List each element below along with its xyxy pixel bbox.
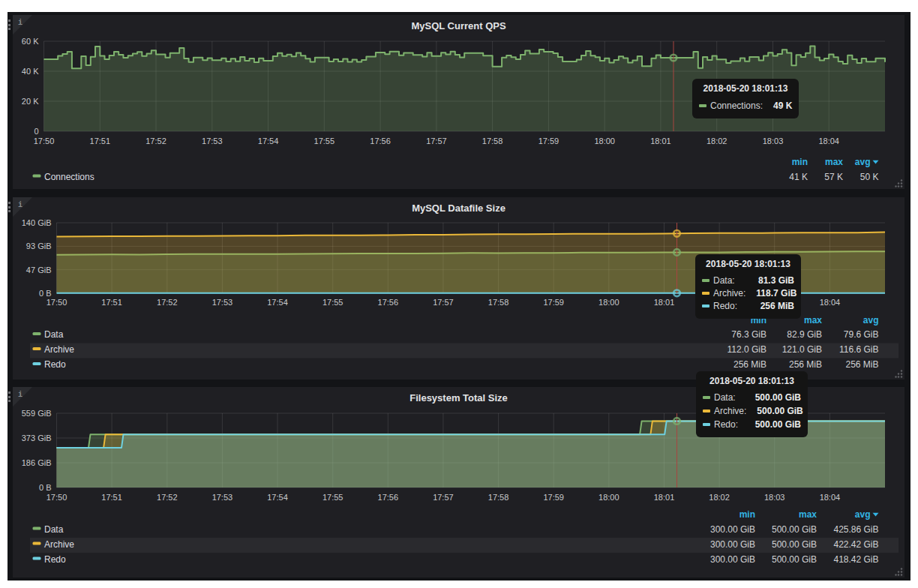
svg-text:373 GiB: 373 GiB	[22, 434, 52, 442]
svg-text:17:58: 17:58	[488, 298, 509, 307]
svg-text:Data: Data	[44, 524, 64, 535]
svg-text:256 MiB: 256 MiB	[734, 359, 766, 370]
svg-text:422.42 GiB: 422.42 GiB	[833, 539, 878, 550]
svg-text:17:50: 17:50	[34, 136, 55, 146]
svg-text:Redo: Redo	[44, 554, 66, 565]
svg-text:i: i	[18, 201, 22, 209]
svg-text:17:54: 17:54	[258, 136, 279, 146]
svg-text:79.6 GiB: 79.6 GiB	[844, 329, 879, 340]
svg-text:256 MiB: 256 MiB	[789, 359, 822, 370]
svg-text:17:53: 17:53	[202, 136, 223, 146]
svg-text:0: 0	[34, 127, 38, 136]
svg-text:82.9 GiB: 82.9 GiB	[787, 329, 822, 340]
svg-text:300.00 GiB: 300.00 GiB	[710, 524, 755, 535]
svg-text:17:59: 17:59	[538, 136, 560, 146]
svg-text:186 GiB: 186 GiB	[22, 458, 52, 467]
svg-text:17:57: 17:57	[426, 136, 447, 146]
svg-text:17:51: 17:51	[101, 298, 122, 307]
svg-text:20 K: 20 K	[22, 97, 39, 106]
svg-text:18:00: 18:00	[598, 493, 620, 502]
svg-text:425.86 GiB: 425.86 GiB	[833, 524, 878, 535]
svg-text:17:52: 17:52	[157, 298, 178, 307]
svg-text:18:01: 18:01	[650, 136, 671, 146]
svg-text:57 K: 57 K	[824, 172, 843, 182]
svg-text:50 K: 50 K	[860, 172, 879, 182]
svg-text:40 K: 40 K	[22, 67, 39, 76]
svg-text:500.00 GiB: 500.00 GiB	[772, 524, 817, 535]
svg-text:17:54: 17:54	[267, 298, 288, 307]
svg-text:i: i	[18, 19, 22, 27]
svg-text:17:50: 17:50	[46, 298, 68, 307]
svg-text:17:57: 17:57	[433, 493, 454, 502]
svg-text:93 GiB: 93 GiB	[26, 242, 52, 250]
svg-text:17:59: 17:59	[543, 298, 564, 307]
svg-text:140 GiB: 140 GiB	[22, 218, 52, 227]
svg-text:0 B: 0 B	[39, 483, 52, 492]
svg-text:17:56: 17:56	[370, 136, 391, 146]
svg-text:Archive: Archive	[44, 539, 74, 550]
svg-text:18:00: 18:00	[598, 298, 620, 307]
svg-text:Connections: Connections	[44, 172, 94, 182]
svg-text:18:02: 18:02	[706, 136, 728, 146]
svg-text:0 B: 0 B	[39, 289, 52, 298]
svg-text:Redo: Redo	[44, 359, 66, 370]
svg-text:559 GiB: 559 GiB	[22, 409, 52, 418]
svg-text:17:52: 17:52	[157, 493, 178, 502]
svg-text:Data: Data	[44, 329, 64, 340]
svg-text:i: i	[18, 391, 22, 399]
svg-text:17:55: 17:55	[314, 136, 335, 146]
svg-text:17:56: 17:56	[378, 493, 399, 502]
svg-text:17:51: 17:51	[90, 136, 111, 146]
svg-text:min: min	[792, 157, 808, 167]
svg-text:500.00 GiB: 500.00 GiB	[772, 554, 817, 565]
svg-text:avg: avg	[863, 315, 879, 326]
svg-text:17:55: 17:55	[322, 493, 344, 502]
svg-text:17:54: 17:54	[267, 493, 288, 502]
svg-text:116.6 GiB: 116.6 GiB	[839, 344, 878, 355]
svg-text:MySQL Datafile Size: MySQL Datafile Size	[412, 202, 506, 214]
svg-text:18:02: 18:02	[709, 493, 730, 502]
svg-text:max: max	[804, 315, 822, 326]
svg-text:Archive: Archive	[44, 344, 74, 355]
svg-text:418.42 GiB: 418.42 GiB	[833, 554, 878, 565]
svg-text:256 MiB: 256 MiB	[845, 359, 878, 370]
svg-text:41 K: 41 K	[789, 172, 808, 182]
svg-text:17:52: 17:52	[146, 136, 166, 146]
svg-text:76.3 GiB: 76.3 GiB	[731, 329, 766, 340]
svg-text:Filesystem Total Size: Filesystem Total Size	[410, 392, 508, 404]
svg-text:avg: avg	[855, 509, 871, 520]
svg-text:300.00 GiB: 300.00 GiB	[710, 539, 755, 550]
svg-text:60 K: 60 K	[22, 37, 39, 46]
svg-text:17:55: 17:55	[322, 298, 344, 307]
svg-text:18:03: 18:03	[764, 493, 785, 502]
svg-text:18:01: 18:01	[654, 298, 675, 307]
svg-text:18:03: 18:03	[763, 136, 784, 146]
svg-text:17:50: 17:50	[46, 493, 68, 502]
svg-text:47 GiB: 47 GiB	[26, 266, 52, 274]
svg-text:17:51: 17:51	[101, 493, 122, 502]
svg-text:17:53: 17:53	[212, 298, 233, 307]
svg-text:17:53: 17:53	[212, 493, 233, 502]
svg-text:18:00: 18:00	[594, 136, 615, 146]
svg-text:min: min	[740, 509, 755, 520]
svg-text:max: max	[799, 509, 817, 520]
svg-text:300.00 GiB: 300.00 GiB	[710, 554, 755, 565]
svg-text:17:57: 17:57	[433, 298, 454, 307]
svg-text:500.00 GiB: 500.00 GiB	[772, 539, 817, 550]
svg-text:17:56: 17:56	[378, 298, 399, 307]
svg-text:17:59: 17:59	[543, 493, 564, 502]
svg-text:18:04: 18:04	[820, 493, 841, 502]
svg-text:17:58: 17:58	[488, 493, 509, 502]
svg-text:MySQL Current QPS: MySQL Current QPS	[411, 20, 506, 32]
svg-text:112.0 GiB: 112.0 GiB	[728, 344, 766, 355]
svg-text:18:04: 18:04	[820, 298, 841, 307]
svg-text:max: max	[825, 157, 843, 167]
svg-text:121.0 GiB: 121.0 GiB	[782, 344, 822, 355]
svg-text:18:01: 18:01	[654, 493, 675, 502]
svg-text:18:04: 18:04	[818, 136, 839, 146]
svg-text:avg: avg	[855, 157, 871, 167]
svg-text:17:58: 17:58	[482, 136, 503, 146]
